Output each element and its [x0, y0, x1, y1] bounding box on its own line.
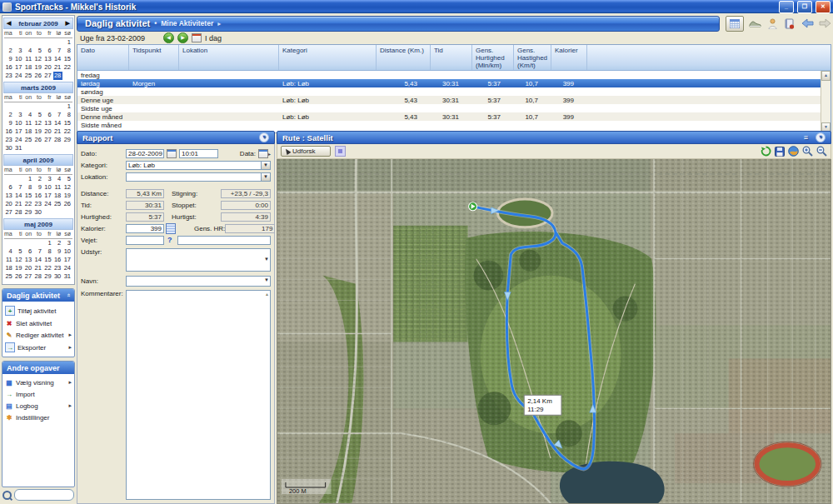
- date-picker-icon[interactable]: [167, 149, 177, 158]
- calendar-day[interactable]: 15: [62, 55, 72, 63]
- close-button[interactable]: ✕: [816, 1, 831, 13]
- calendar-day[interactable]: 2: [4, 47, 14, 55]
- menu-item-slet-aktivitet[interactable]: ✖Slet aktivitet: [5, 319, 72, 327]
- calendar-day[interactable]: 8: [62, 47, 72, 55]
- calendar-day[interactable]: 12: [33, 119, 43, 127]
- calendar-day[interactable]: 16: [33, 192, 43, 200]
- calendar-day[interactable]: 1: [43, 239, 53, 247]
- calendar-day[interactable]: 13: [4, 192, 14, 200]
- marker-mode-button[interactable]: [335, 146, 346, 157]
- menu-item-import[interactable]: →Import: [5, 390, 72, 398]
- menu-item-logbog[interactable]: ▤Logbog▸: [5, 402, 72, 410]
- help-icon[interactable]: ?: [167, 236, 172, 244]
- calendar-day[interactable]: 14: [53, 55, 63, 63]
- calendar-day[interactable]: 5: [33, 47, 43, 55]
- calendar-day[interactable]: 9: [4, 119, 14, 127]
- calendar-day[interactable]: 24: [62, 264, 72, 272]
- rapport-menu-button[interactable]: ▾: [259, 132, 269, 142]
- column-header-distance-km-[interactable]: Distance (Km.): [377, 45, 431, 70]
- search-input[interactable]: [14, 489, 74, 501]
- table-row[interactable]: Sidste måned: [77, 121, 831, 129]
- calendar-day[interactable]: 11: [23, 119, 33, 127]
- calendar-day[interactable]: 9: [4, 55, 14, 63]
- calendar-day[interactable]: 20: [43, 127, 53, 136]
- calendar-day[interactable]: 17: [14, 63, 24, 72]
- calendar-day[interactable]: 8: [62, 111, 72, 119]
- zoom-out-button[interactable]: [816, 146, 827, 157]
- calendar-day[interactable]: 6: [43, 111, 53, 119]
- calendar-day[interactable]: 15: [62, 119, 72, 127]
- maximize-button[interactable]: ❐: [797, 1, 812, 13]
- calendar-day[interactable]: 7: [53, 111, 63, 119]
- calendar-day[interactable]: 1: [23, 175, 33, 183]
- column-header-dato[interactable]: Dato: [77, 45, 129, 70]
- calendar-day[interactable]: 25: [23, 136, 33, 144]
- calendar-day[interactable]: 31: [62, 272, 72, 281]
- calendar-day[interactable]: 12: [14, 256, 24, 264]
- calendar-day[interactable]: 4: [23, 111, 33, 119]
- kategori-dropdown-icon[interactable]: ▼: [262, 161, 271, 170]
- column-header-kalorier[interactable]: Kalorier: [551, 45, 587, 70]
- menu-item-eksporter[interactable]: →Eksporter▸: [5, 342, 72, 352]
- calendar-day[interactable]: 8: [23, 183, 33, 192]
- calendar-day[interactable]: 29: [23, 208, 33, 217]
- calendar-day[interactable]: 24: [14, 72, 24, 80]
- calendar-day[interactable]: 25: [53, 200, 63, 208]
- column-header-kategori[interactable]: Kategori: [279, 45, 377, 70]
- calendar-day[interactable]: 22: [62, 63, 72, 72]
- menu-item-rediger-aktivitet[interactable]: ✎Rediger aktivitet▸: [5, 331, 72, 339]
- calendar-day[interactable]: 5: [33, 111, 43, 119]
- column-header-tid[interactable]: Tid: [431, 45, 472, 70]
- calendar-day[interactable]: 17: [43, 192, 53, 200]
- refresh-button[interactable]: [761, 146, 771, 157]
- calendar-day[interactable]: 30: [53, 272, 63, 281]
- calendar-day[interactable]: 28: [33, 272, 43, 281]
- calendar-day[interactable]: 27: [23, 272, 33, 281]
- calendar-day[interactable]: 28: [14, 208, 24, 217]
- table-row[interactable]: Denne ugeLøb: Løb5,4330:315:3710,7399: [77, 96, 831, 104]
- navn-field[interactable]: ▼: [126, 276, 271, 287]
- calendar-day[interactable]: 10: [14, 119, 24, 127]
- map-layers-icon[interactable]: ≡: [804, 133, 808, 142]
- calendar-day[interactable]: 18: [23, 127, 33, 136]
- calendar-day[interactable]: 24: [14, 136, 24, 144]
- calendar-day[interactable]: 7: [33, 247, 43, 256]
- calendar-day[interactable]: 30: [4, 144, 14, 152]
- calendar-day[interactable]: 30: [33, 208, 43, 217]
- calendar-day[interactable]: 23: [53, 264, 63, 272]
- time-field[interactable]: 10:01: [179, 149, 218, 158]
- dato-field[interactable]: 28-02-2009: [126, 149, 164, 158]
- table-row[interactable]: Denne månedLøb: Løb5,4330:315:3710,7399: [77, 112, 831, 121]
- calendar-day[interactable]: 23: [4, 72, 14, 80]
- task-panel-header[interactable]: Daglig aktivitet«: [2, 289, 74, 302]
- menu-item-v-lg-visning[interactable]: ▦Vælg visning▸: [5, 378, 72, 387]
- activities-shoe-button[interactable]: [748, 17, 761, 30]
- forward-button[interactable]: [818, 17, 831, 30]
- calendar-day[interactable]: 17: [14, 127, 24, 136]
- data-menu-icon[interactable]: [258, 149, 268, 158]
- calendar-day[interactable]: 27: [4, 208, 14, 217]
- calendar-day[interactable]: 1: [62, 102, 72, 111]
- vejet-extra-field[interactable]: [177, 236, 272, 245]
- calendar-day[interactable]: 16: [53, 256, 63, 264]
- calendar-day[interactable]: 19: [62, 192, 72, 200]
- calendar-day[interactable]: 27: [43, 72, 53, 80]
- calendar-day[interactable]: 23: [4, 136, 14, 144]
- calendar-day[interactable]: 6: [4, 183, 14, 192]
- satellite-map[interactable]: 2,14 Km 11:29 200 M: [277, 159, 831, 504]
- calendar-day[interactable]: 17: [62, 256, 72, 264]
- kalorier-field[interactable]: 399: [126, 224, 164, 233]
- scroll-up-arrow[interactable]: ▲: [821, 71, 831, 81]
- table-row[interactable]: lørdagMorgenLøb: Løb5,4330:315:3710,7399: [77, 79, 831, 87]
- previous-week-button[interactable]: ◀: [163, 32, 174, 43]
- calendar-prev-icon[interactable]: ◀: [7, 19, 11, 27]
- calendar-day[interactable]: 20: [4, 200, 14, 208]
- calendar-day[interactable]: 7: [53, 47, 63, 55]
- calendar-day[interactable]: 2: [53, 239, 63, 247]
- calendar-day[interactable]: 20: [43, 63, 53, 72]
- navn-dropdown-icon[interactable]: ▼: [264, 277, 269, 282]
- calendar-day[interactable]: 14: [53, 119, 63, 127]
- calendar-day[interactable]: 26: [14, 272, 24, 281]
- calendar-day[interactable]: 25: [4, 272, 14, 281]
- calendar-day[interactable]: 3: [14, 111, 24, 119]
